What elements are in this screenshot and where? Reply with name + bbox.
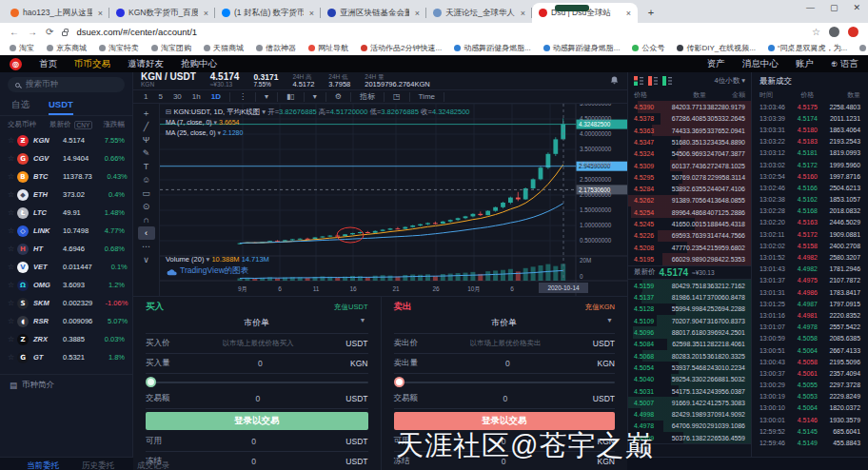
ask-row[interactable]: 4.528453892.6355244047.4106 [628,184,751,195]
hide-drawings-tool-icon[interactable]: ‹ [138,226,155,240]
sell-amount-slider[interactable] [394,376,616,388]
bid-row[interactable]: 4.499882429.1989370914.9092 [628,408,751,420]
nav-item-抢购中心[interactable]: 抢购中心 [181,58,217,70]
ma7-label[interactable]: MA (7, close, 0) [166,119,212,126]
ma25-label[interactable]: MA (25, close, 0) [166,129,216,136]
browser-tab[interactable]: Dsu | Dsu全球站× [532,3,638,23]
bookmark-item[interactable]: 京东商城 [47,43,87,53]
nav-item-币币交易[interactable]: 币币交易 [74,58,110,70]
ask-row[interactable]: 4.525489964.4868407125.2886 [628,206,751,218]
coin-row-KGN[interactable]: ☆ƵKGN4.51747.55% [0,131,132,149]
tab-close-icon[interactable]: × [96,9,103,18]
window-maximize-icon[interactable]: ▢ [830,3,838,12]
coin-intro-link[interactable]: ▤ 币种简介 [0,374,132,396]
coin-row-OMG[interactable]: ☆ΩOMG3.60931.2% [0,276,132,294]
bid-row[interactable]: 4.504059254.3302266881.5032 [628,374,751,385]
bookmark-item[interactable]: 传影DIY_在线视频... [677,43,755,53]
buy-login-button[interactable]: 登录以交易 [146,412,368,430]
bookmark-item[interactable]: 淘宝特卖 [99,43,139,53]
coin-row-GT[interactable]: ☆GGT0.53211.8% [0,348,132,366]
measure-tool-icon[interactable]: ▭ [138,186,155,200]
tab-close-icon[interactable]: × [307,9,314,18]
ask-row[interactable]: 4.524541650.0015188445.4318 [628,218,751,229]
style-dropdown-icon[interactable]: ▾ [308,91,322,102]
sell-price-input[interactable]: 以市场上最优价格卖出 [418,339,593,348]
ask-row[interactable]: 4.529550769.0278229958.3114 [628,171,751,183]
bookmark-item[interactable]: 借款神器 [256,43,296,53]
buy-amount-slider[interactable] [146,376,368,388]
sell-order-type-select[interactable]: 市价单 ▼ [394,314,616,334]
bookmark-star-icon[interactable]: ☆ [812,27,820,37]
crosshair-tool-icon[interactable]: ＋ [138,107,155,120]
favorite-star-icon[interactable]: ☆ [8,299,17,307]
fullscreen-icon[interactable]: ◳ [388,91,405,102]
magnet-tool-icon[interactable]: ∩ [138,213,155,226]
orderbook-view-asks-icon[interactable] [648,76,658,86]
text-tool-icon[interactable]: T [138,160,155,173]
shapes-tool-icon[interactable]: ☺ [138,173,155,186]
bid-row[interactable]: 4.512855994.9984252694.2288 [628,304,751,315]
bookmark-item[interactable]: 淘宝 [10,43,34,53]
coin-row-SKM[interactable]: ☆SSKM0.002329-1.06% [0,294,132,312]
tab-close-icon[interactable]: × [202,9,208,18]
bid-row[interactable]: 4.503154175.1324243956.0387 [628,385,751,397]
nav-item-邀请好友[interactable]: 邀请好友 [128,58,164,70]
browser-tab[interactable]: (1 封私信) 数字货币骗局 - 知乎× [215,3,321,23]
settings-icon[interactable]: ⚙ [330,91,346,102]
browser-update-button[interactable] [848,27,858,37]
coin-row-LINK[interactable]: ☆◇LINK10.74984.77% [0,222,132,240]
interval-1h[interactable]: 1h [187,91,206,102]
nav-right-item[interactable]: 消息中心 [742,58,779,70]
coin-row-RSR[interactable]: ☆◖RSR0.0090965.07% [0,312,132,330]
nav-right-item[interactable]: 账户 [796,58,814,70]
chart-style-candles-icon[interactable]: ▮▯ [282,91,300,102]
new-tab-button[interactable]: + [643,5,659,20]
favorite-star-icon[interactable]: ☆ [8,353,17,362]
ask-row[interactable]: 4.536374433.3695337652.0941 [628,125,751,136]
bookmark-item[interactable]: “同桌是双翼虎，为... [768,43,847,53]
more-tools-icon[interactable]: ⋯ [138,240,155,253]
ask-row[interactable]: 4.522669593.7639314744.7566 [628,230,751,242]
bid-row[interactable]: 4.506880283.2015361820.3325 [628,350,751,362]
tradingview-attribution[interactable]: TradingView的图表 [166,265,248,277]
interval-1D[interactable]: 1D [207,91,226,102]
ask-row[interactable]: 4.519566029.9890298422.5353 [628,253,751,264]
browser-tab[interactable]: hao123_上网从这里开始× [4,3,109,23]
alert-bell-icon[interactable] [609,72,620,89]
sidebar-tab-自选[interactable]: 自选 [11,99,30,115]
interval-5[interactable]: 5 [153,91,167,102]
nav-right-item[interactable]: 资产 [707,58,725,70]
coin-row-ZRX[interactable]: ☆ZZRX0.38850.03% [0,330,132,348]
bookmark-item[interactable]: 网址导航 [308,43,348,53]
buy-total-input[interactable]: 0 [170,394,346,403]
orderbook-view-both-icon[interactable] [634,76,643,86]
favorite-star-icon[interactable]: ☆ [8,281,17,289]
coin-row-CGV[interactable]: ☆GCGV14.94040.66% [0,149,132,167]
bookmark-item[interactable]: 活动作品2分钟快速... [361,43,442,53]
bid-row[interactable]: 4.508462598.3511282218.4061 [628,339,751,350]
bookmark-item[interactable]: 公众号 [632,43,664,53]
favorite-star-icon[interactable]: ☆ [8,172,17,181]
time-icon[interactable]: Time [414,91,440,102]
decimals-select[interactable]: 4位小数 ▾ [714,76,745,86]
forward-icon[interactable]: → [28,27,37,37]
bid-row[interactable]: 4.510970207.9047316700.8373 [628,315,751,326]
ask-row[interactable]: 4.530960137.7436272478.1025 [628,160,751,171]
buy-slider-knob[interactable] [146,377,156,387]
cny-badge[interactable]: CNY [74,121,93,129]
ask-row[interactable]: 4.532454506.9693247047.3877 [628,148,751,160]
browser-tab[interactable]: KGN数字货币_百度搜索× [109,3,215,23]
more-icon[interactable]: ⋮ [234,91,251,102]
bid-row[interactable]: 4.509688017.6180396924.2501 [628,326,751,338]
brush-tool-icon[interactable]: ✎ [138,147,155,160]
legend-dropdown-icon[interactable]: ▾ [262,108,266,116]
back-icon[interactable]: ← [10,27,19,37]
topup-usdt-link[interactable]: 充值USDT [334,303,367,312]
indicators-icon[interactable]: 指标 [355,90,380,103]
nav-right-item[interactable]: ⊕ 语言 [831,58,858,70]
coin-row-HT[interactable]: ☆HHT4.69460.68% [0,240,132,258]
legend-collapse-icon[interactable]: ⊟ [166,108,171,116]
bookmark-item[interactable]: 16014745287740... [859,44,868,52]
favorite-star-icon[interactable]: ☆ [8,317,17,325]
bookmark-item[interactable]: 淘宝团购 [151,43,191,53]
